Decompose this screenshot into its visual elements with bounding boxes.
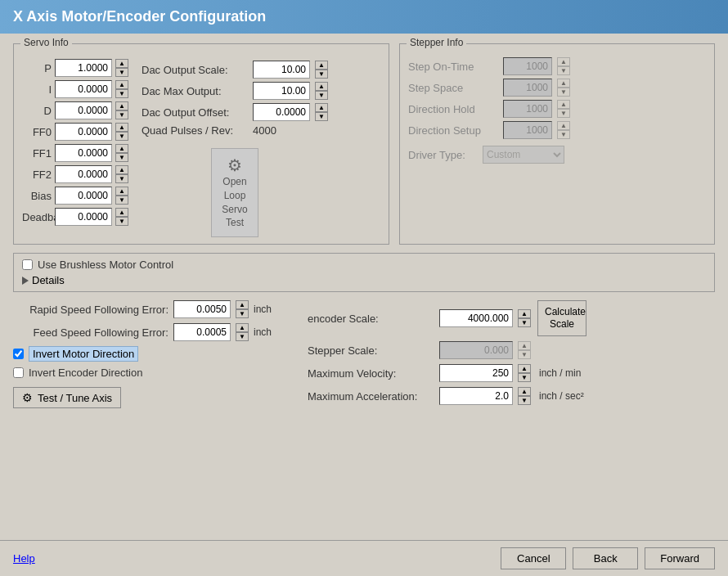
p-spinner[interactable]: ▲ ▼ <box>115 59 128 77</box>
dac-output-scale-input[interactable] <box>253 61 310 79</box>
dac-max-output-row: Dac Max Output: ▲ ▼ <box>142 82 328 100</box>
test-tune-label: Test / Tune Axis <box>38 392 112 404</box>
footer-left: Help <box>13 552 501 565</box>
forward-button[interactable]: Forward <box>645 547 715 569</box>
max-accel-spinner[interactable]: ▲ ▼ <box>518 387 531 405</box>
max-velocity-label: Maximum Velocity: <box>308 367 434 380</box>
cancel-button[interactable]: Cancel <box>501 547 566 569</box>
bias-spinner[interactable]: ▲ ▼ <box>115 187 128 205</box>
direction-hold-label: Direction Hold <box>408 103 498 115</box>
ff2-input[interactable] <box>55 165 112 183</box>
p-spin-up[interactable]: ▲ <box>115 59 128 68</box>
i-spin-up[interactable]: ▲ <box>115 80 128 89</box>
step-on-time-row: Step On-Time ▲ ▼ <box>408 57 706 75</box>
i-spinner[interactable]: ▲ ▼ <box>115 80 128 98</box>
direction-hold-row: Direction Hold ▲ ▼ <box>408 100 706 118</box>
ff1-field-row: FF1 ▲ ▼ <box>22 144 128 162</box>
encoder-scale-spinner[interactable]: ▲ ▼ <box>518 309 531 327</box>
feed-speed-spinner[interactable]: ▲ ▼ <box>236 323 249 341</box>
d-input[interactable] <box>55 101 112 119</box>
dac-output-offset-input[interactable] <box>253 103 310 121</box>
back-button[interactable]: Back <box>573 547 638 569</box>
quad-pulses-value: 4000 <box>253 124 276 137</box>
ff2-spinner[interactable]: ▲ ▼ <box>115 165 128 183</box>
p-label: P <box>22 62 52 74</box>
max-accel-label: Maximum Acceleration: <box>308 390 434 403</box>
d-spin-up[interactable]: ▲ <box>115 101 128 110</box>
ff1-label: FF1 <box>22 147 52 160</box>
invert-encoder-checkbox[interactable] <box>13 367 24 378</box>
d-spinner[interactable]: ▲ ▼ <box>115 101 128 119</box>
ff1-spin-up[interactable]: ▲ <box>115 144 128 153</box>
gear-icon: ⚙ <box>222 155 247 175</box>
max-accel-unit: inch / sec² <box>539 390 584 402</box>
step-on-time-label: Step On-Time <box>408 61 498 73</box>
ff0-input[interactable] <box>55 123 112 141</box>
stepper-scale-spinner: ▲ ▼ <box>518 341 531 359</box>
use-brushless-checkbox[interactable] <box>22 259 33 270</box>
invert-motor-label[interactable]: Invert Motor Direction <box>29 346 138 362</box>
help-button[interactable]: Help <box>13 552 35 565</box>
deadband-spin-up[interactable]: ▲ <box>115 208 128 217</box>
dac-output-offset-spinner[interactable]: ▲ ▼ <box>315 103 328 121</box>
i-spin-down[interactable]: ▼ <box>115 89 128 98</box>
right-controls: encoder Scale: ▲ ▼ CalculateScale Steppe… <box>308 300 715 408</box>
invert-encoder-label[interactable]: Invert Encoder Direction <box>29 367 142 379</box>
direction-hold-spinner: ▲ ▼ <box>557 100 570 118</box>
dac-max-output-spinner[interactable]: ▲ ▼ <box>315 82 328 100</box>
rapid-speed-row: Rapid Speed Following Error: ▲ ▼ inch <box>13 300 291 318</box>
max-accel-input[interactable] <box>439 387 513 405</box>
d-label: D <box>22 105 52 117</box>
encoder-scale-input[interactable] <box>439 309 513 327</box>
deadband-input[interactable] <box>55 208 112 226</box>
rapid-speed-spinner[interactable]: ▲ ▼ <box>236 300 249 318</box>
open-loop-label: OpenLoopServoTest <box>222 175 247 230</box>
calculate-scale-button[interactable]: CalculateScale <box>537 300 586 336</box>
bias-label: Bias <box>22 190 52 202</box>
d-spin-down[interactable]: ▼ <box>115 110 128 119</box>
ff0-field-row: FF0 ▲ ▼ <box>22 123 128 141</box>
details-row[interactable]: Details <box>22 274 706 286</box>
ff2-spin-up[interactable]: ▲ <box>115 165 128 174</box>
open-loop-servo-test-button[interactable]: ⚙ OpenLoopServoTest <box>211 148 258 237</box>
use-brushless-label[interactable]: Use Brushless Motor Control <box>38 259 173 271</box>
stepper-scale-row: Stepper Scale: ▲ ▼ <box>308 341 715 359</box>
ff0-spinner[interactable]: ▲ ▼ <box>115 123 128 141</box>
ff1-spinner[interactable]: ▲ ▼ <box>115 144 128 162</box>
ff2-spin-down[interactable]: ▼ <box>115 174 128 183</box>
window-title: X Axis Motor/Encoder Configuration <box>0 0 728 34</box>
ff0-spin-down[interactable]: ▼ <box>115 132 128 141</box>
feed-speed-unit: inch <box>254 326 272 338</box>
rapid-speed-input[interactable] <box>173 300 231 318</box>
invert-motor-checkbox[interactable] <box>13 349 24 359</box>
i-input[interactable] <box>55 80 112 98</box>
dac-max-output-input[interactable] <box>253 82 310 100</box>
max-velocity-input[interactable] <box>439 364 513 382</box>
gear-icon: ⚙ <box>22 391 33 404</box>
ff0-spin-up[interactable]: ▲ <box>115 123 128 132</box>
feed-speed-input[interactable] <box>173 323 231 341</box>
bias-input[interactable] <box>55 187 112 205</box>
ff1-spin-down[interactable]: ▼ <box>115 153 128 162</box>
brushless-row: Use Brushless Motor Control <box>22 259 706 271</box>
rapid-speed-unit: inch <box>254 304 272 315</box>
bias-spin-up[interactable]: ▲ <box>115 187 128 196</box>
bias-spin-down[interactable]: ▼ <box>115 196 128 205</box>
deadband-spin-down[interactable]: ▼ <box>115 217 128 226</box>
deadband-spinner[interactable]: ▲ ▼ <box>115 208 128 226</box>
step-on-time-spinner: ▲ ▼ <box>557 57 570 75</box>
max-velocity-spinner[interactable]: ▲ ▼ <box>518 364 531 382</box>
ff1-input[interactable] <box>55 144 112 162</box>
deadband-label: Deadband <box>22 211 52 223</box>
dac-fields: Dac Output Scale: ▲ ▼ Dac Max Output: <box>142 61 328 137</box>
dac-output-scale-label: Dac Output Scale: <box>142 64 248 76</box>
servo-fields: P ▲ ▼ I ▲ ▼ <box>22 59 128 237</box>
p-spin-down[interactable]: ▼ <box>115 68 128 77</box>
middle-section: Use Brushless Motor Control Details <box>13 253 715 292</box>
p-field-row: P ▲ ▼ <box>22 59 128 77</box>
test-tune-button[interactable]: ⚙ Test / Tune Axis <box>13 387 121 408</box>
p-input[interactable] <box>55 59 112 77</box>
ff2-field-row: FF2 ▲ ▼ <box>22 165 128 183</box>
dac-output-scale-spinner[interactable]: ▲ ▼ <box>315 61 328 79</box>
driver-type-select: Custom Standard Gecko <box>483 146 564 164</box>
